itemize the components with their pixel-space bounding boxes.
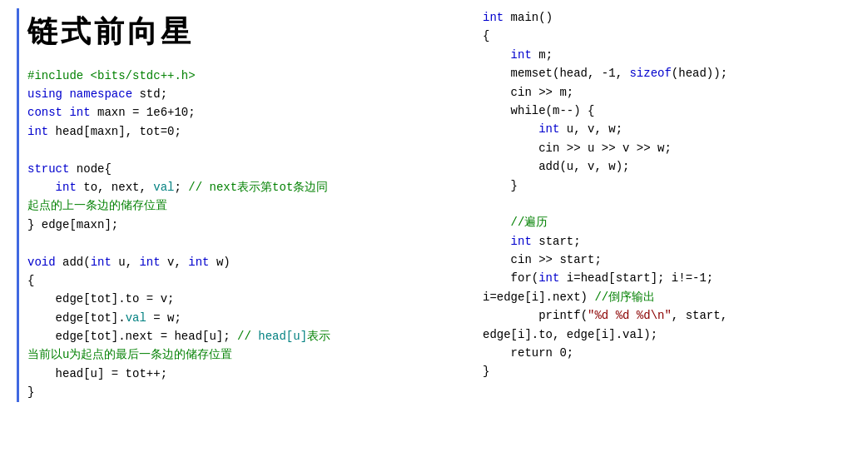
left-code: #include <bits/stdc++.h> using namespace… [27,67,449,402]
right-code: int main() { int m; memset(head, -1, siz… [483,8,851,381]
main-container: 链式前向星 #include <bits/stdc++.h> using nam… [17,8,851,402]
right-panel: int main() { int m; memset(head, -1, siz… [483,8,851,402]
page-title: 链式前向星 [27,8,449,57]
left-panel: 链式前向星 #include <bits/stdc++.h> using nam… [17,8,449,402]
